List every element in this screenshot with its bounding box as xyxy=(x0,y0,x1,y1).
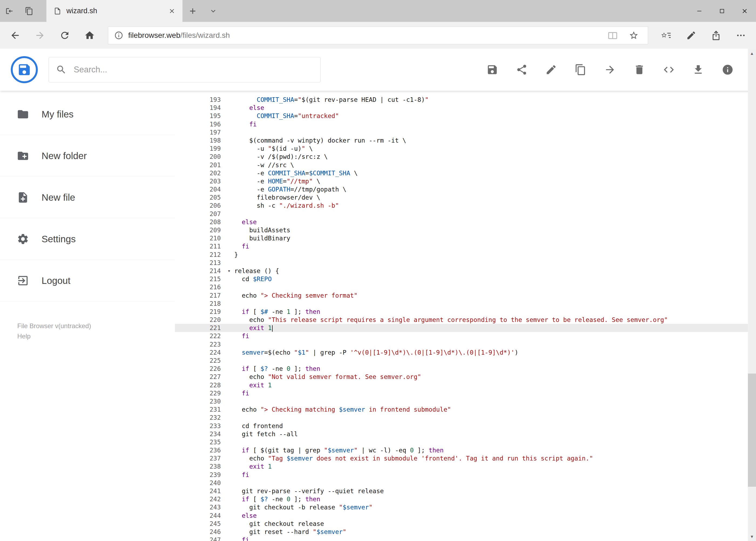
code-row[interactable]: 234 git fetch --all xyxy=(175,430,756,438)
browser-tab[interactable]: wizard.sh xyxy=(46,0,182,22)
code-row[interactable]: 243 git checkout -b release "$semver" xyxy=(175,503,756,511)
code-row[interactable]: 216 xyxy=(175,283,756,291)
fold-arrow-icon[interactable]: ▾ xyxy=(227,267,230,275)
tabs-preview-button[interactable] xyxy=(19,0,39,22)
code-row[interactable]: 206 sh -c "./wizard.sh -b" xyxy=(175,202,756,210)
code-row[interactable]: 204 -e GOPATH=//tmp/gopath \ xyxy=(175,185,756,194)
refresh-button[interactable] xyxy=(52,22,77,49)
code-row[interactable]: 219 if [ $# -ne 1 ]; then xyxy=(175,307,756,316)
maximize-button[interactable] xyxy=(711,0,733,22)
share-button[interactable] xyxy=(513,61,530,78)
code-row[interactable]: 245 git checkout release xyxy=(175,520,756,528)
code-row[interactable]: 228 exit 1 xyxy=(175,381,756,389)
code-row[interactable]: 244 else xyxy=(175,512,756,520)
help-link[interactable]: Help xyxy=(17,331,175,341)
set-tabs-aside-button[interactable] xyxy=(0,0,19,22)
code-row[interactable]: 239 fi xyxy=(175,471,756,479)
sidebar-item-settings[interactable]: Settings xyxy=(0,218,175,260)
forward-button[interactable] xyxy=(28,22,52,49)
code-row[interactable]: 205 filebrowser/dev \ xyxy=(175,194,756,202)
sidebar-item-my-files[interactable]: My files xyxy=(0,94,175,135)
copy-button[interactable] xyxy=(572,61,589,78)
filebrowser-logo[interactable] xyxy=(11,56,38,83)
code-row[interactable]: 214▾release () { xyxy=(175,267,756,275)
code-editor[interactable]: 193 COMMIT_SHA="$(git rev-parse HEAD | c… xyxy=(175,91,756,541)
scroll-up-arrow[interactable]: ▲ xyxy=(748,49,756,58)
code-row[interactable]: 229 fi xyxy=(175,389,756,397)
code-row[interactable]: 225 xyxy=(175,356,756,365)
code-row[interactable]: 221 exit 1 xyxy=(175,324,756,332)
info-button[interactable] xyxy=(719,61,736,78)
code-row[interactable]: 200 -v /$(pwd):/src:z \ xyxy=(175,153,756,161)
code-row[interactable]: 212} xyxy=(175,251,756,259)
code-row[interactable]: 193 COMMIT_SHA="$(git rev-parse HEAD | c… xyxy=(175,96,756,104)
code-row[interactable]: 213 xyxy=(175,259,756,267)
favorite-star-button[interactable] xyxy=(626,31,642,40)
web-note-pen-button[interactable] xyxy=(679,22,704,49)
edit-button[interactable] xyxy=(543,61,560,78)
code-row[interactable]: 218 xyxy=(175,299,756,307)
code-row[interactable]: 211 fi xyxy=(175,242,756,251)
scrollbar-thumb[interactable] xyxy=(748,373,756,487)
code-row[interactable]: 238 exit 1 xyxy=(175,462,756,470)
sidebar-item-logout[interactable]: Logout xyxy=(0,260,175,301)
code-row[interactable]: 227 echo "Not valid semver format. See s… xyxy=(175,373,756,381)
save-button[interactable] xyxy=(484,61,501,78)
code-row[interactable]: 222 fi xyxy=(175,332,756,340)
code-row[interactable]: 230 xyxy=(175,397,756,405)
tab-close-button[interactable] xyxy=(168,8,175,15)
code-row[interactable]: 242 if [ $? -ne 0 ]; then xyxy=(175,495,756,503)
reading-view-button[interactable] xyxy=(605,31,621,40)
site-info-icon[interactable] xyxy=(114,31,124,40)
share-page-button[interactable] xyxy=(704,22,728,49)
back-button[interactable] xyxy=(3,22,28,49)
more-options-button[interactable] xyxy=(728,22,753,49)
code-row[interactable]: 223 xyxy=(175,340,756,348)
code-row[interactable]: 198 $(command -v winpty) docker run --rm… xyxy=(175,136,756,145)
code-row[interactable]: 240 xyxy=(175,479,756,487)
code-row[interactable]: 215 cd $REPO xyxy=(175,275,756,283)
code-row[interactable]: 231 echo "> Checking matching $semver in… xyxy=(175,405,756,413)
download-button[interactable] xyxy=(690,61,707,78)
code-row[interactable]: 232 xyxy=(175,413,756,422)
scroll-down-arrow[interactable]: ▼ xyxy=(748,532,756,541)
code-row[interactable]: 224 semver=$(echo "$1" | grep -P '^v(0|[… xyxy=(175,348,756,356)
code-row[interactable]: 235 xyxy=(175,438,756,446)
move-button[interactable] xyxy=(602,61,619,78)
code-row[interactable]: 196 fi xyxy=(175,120,756,128)
search-box[interactable] xyxy=(49,57,321,82)
code-row[interactable]: 195 COMMIT_SHA="untracked" xyxy=(175,112,756,120)
home-button[interactable] xyxy=(77,22,102,49)
code-row[interactable]: 220 echo "This release script requires a… xyxy=(175,316,756,324)
code-row[interactable]: 197 xyxy=(175,128,756,136)
code-row[interactable]: 203 -e HOME="//tmp" \ xyxy=(175,177,756,185)
code-row[interactable]: 207 xyxy=(175,210,756,218)
code-row[interactable]: 208 else xyxy=(175,218,756,226)
delete-button[interactable] xyxy=(631,61,648,78)
new-tab-button[interactable] xyxy=(182,0,203,22)
code-row[interactable]: 194 else xyxy=(175,104,756,112)
code-row[interactable]: 209 buildAssets xyxy=(175,226,756,234)
search-input[interactable] xyxy=(74,65,313,75)
favorites-hub-button[interactable] xyxy=(654,22,679,49)
code-row[interactable]: 199 -u "$(id -u)" \ xyxy=(175,145,756,153)
address-bar[interactable]: filebrowser.web/files/wizard.sh xyxy=(108,26,648,44)
code-row[interactable]: 226 if [ $? -ne 0 ]; then xyxy=(175,365,756,373)
minimize-button[interactable] xyxy=(688,0,711,22)
code-row[interactable]: 217 echo "> Checking semver format" xyxy=(175,291,756,299)
sidebar-item-new-folder[interactable]: New folder xyxy=(0,135,175,177)
code-row[interactable]: 241 git rev-parse --verify --quiet relea… xyxy=(175,487,756,495)
code-row[interactable]: 233 cd frontend xyxy=(175,422,756,430)
page-scrollbar[interactable]: ▲ ▼ xyxy=(748,49,756,541)
code-row[interactable]: 202 -e COMMIT_SHA=$COMMIT_SHA \ xyxy=(175,169,756,177)
close-window-button[interactable] xyxy=(733,0,756,22)
code-row[interactable]: 237 echo "Tag $semver does not exist in … xyxy=(175,454,756,462)
sidebar-item-new-file[interactable]: New file xyxy=(0,177,175,218)
code-row[interactable]: 201 -w //src \ xyxy=(175,161,756,169)
code-row[interactable]: 247 fi xyxy=(175,536,756,541)
code-row[interactable]: 236 if [ $(git tag | grep "$semver" | wc… xyxy=(175,446,756,454)
code-row[interactable]: 210 buildBinary xyxy=(175,234,756,242)
code-row[interactable]: 246 git reset --hard "$semver" xyxy=(175,528,756,536)
tab-list-button[interactable] xyxy=(203,0,223,22)
view-code-button[interactable] xyxy=(660,61,677,78)
